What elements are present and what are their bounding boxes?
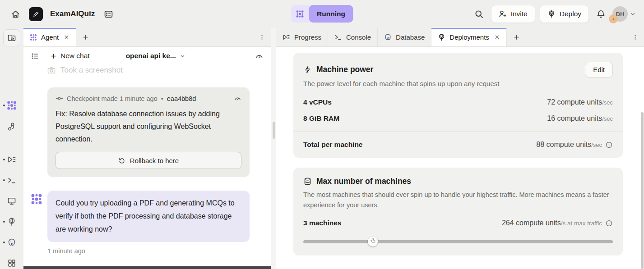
traffic-unit: /s at max traffic: [561, 220, 602, 227]
account-menu[interactable]: DH +: [612, 6, 636, 22]
slider-track[interactable]: [303, 240, 613, 243]
notification-dot: [3, 221, 5, 223]
rail-item-console[interactable]: [0, 176, 23, 185]
window-edge: [23, 266, 271, 269]
deployments-panel: Progress Console Database Deployments: [276, 28, 644, 269]
rail-item-database[interactable]: [0, 238, 23, 247]
rail-item-progress[interactable]: [0, 155, 23, 164]
chat-list-icon[interactable]: [31, 52, 39, 60]
deploy-label: Deploy: [560, 10, 581, 18]
tab-database[interactable]: Database: [378, 28, 431, 46]
spec-value: 16 compute units: [547, 114, 602, 122]
thread-selector[interactable]: openai api ke...: [126, 52, 185, 60]
chevron-down-icon: [630, 11, 636, 17]
person-plus-icon: [499, 10, 507, 18]
machine-power-card: Machine power Edit The power level for e…: [293, 53, 623, 158]
info-icon[interactable]: [605, 219, 613, 227]
rollback-label: Rollback to here: [130, 157, 179, 164]
agent-chat-panel: Agent New chat openai api ke...: [23, 28, 271, 269]
right-panel-menu-button[interactable]: [626, 28, 644, 46]
checkpoint-title: Checkpoint made 1 minute ago: [67, 95, 158, 102]
server-list-icon: [104, 9, 113, 19]
notification-dot: [3, 242, 5, 243]
total-label: Total per machine: [303, 141, 363, 149]
message-timestamp: 1 minute ago: [47, 247, 271, 255]
tool-rail: [0, 28, 23, 269]
tab-deployments[interactable]: Deployments: [431, 28, 507, 46]
camera-icon: [47, 66, 56, 75]
search-button[interactable]: [472, 7, 486, 21]
total-row: Total per machine 88 compute units/sec: [303, 132, 613, 149]
notifications-button[interactable]: [593, 7, 608, 21]
rail-item-agent[interactable]: [0, 100, 23, 110]
rail-item-webview[interactable]: [0, 196, 23, 205]
close-icon[interactable]: [64, 34, 69, 40]
message-bubble: Could you try uploading a PDF and genera…: [47, 191, 250, 242]
max-machines-slider-handle[interactable]: [368, 237, 378, 246]
invite-button[interactable]: Invite: [491, 5, 535, 23]
plus-icon: [513, 34, 520, 41]
spec-label: 8 GiB RAM: [303, 114, 339, 123]
deploy-icon: [547, 10, 556, 18]
status-badge: Running: [309, 5, 353, 23]
tab-progress[interactable]: Progress: [276, 28, 328, 46]
app-icon[interactable]: [29, 7, 43, 21]
tab-label: Deployments: [449, 33, 489, 41]
spec-unit: /sec: [602, 115, 613, 122]
tab-label: Database: [396, 33, 425, 41]
card-title: Machine power: [316, 65, 373, 74]
progress-icon: [7, 155, 16, 164]
max-machines-slider[interactable]: [303, 237, 613, 246]
rail-item-integrations[interactable]: [0, 122, 23, 131]
tab-agent[interactable]: Agent: [23, 28, 76, 46]
tab-label: Progress: [294, 33, 321, 41]
panel-splitter[interactable]: [271, 28, 276, 269]
cursor-pointer: [370, 237, 376, 244]
progress-icon: [283, 33, 290, 41]
invite-label: Invite: [511, 10, 528, 18]
edit-button[interactable]: Edit: [585, 62, 613, 78]
home-icon: [11, 9, 20, 19]
new-tab-button[interactable]: [76, 28, 95, 46]
spec-row-cpu: 4 vCPUs 72 compute units/sec: [303, 98, 613, 106]
new-tab-button[interactable]: [507, 28, 526, 46]
checkpoint-commit-id: eaa4bb8d: [167, 95, 196, 102]
graph-icon: [7, 122, 16, 131]
kebab-menu-icon: [632, 34, 639, 41]
rail-item-deployments[interactable]: [0, 217, 23, 226]
spec-row-ram: 8 GiB RAM 16 compute units/sec: [303, 114, 613, 123]
sidebar-toggle-button[interactable]: [3, 29, 20, 46]
info-icon[interactable]: [605, 141, 613, 149]
rail-item-apps[interactable]: [0, 259, 23, 268]
scrolled-history-item: Took a screenshot: [23, 65, 271, 75]
vertical-scrollbar[interactable]: [641, 112, 644, 269]
agent-message: Could you try uploading a PDF and genera…: [31, 191, 250, 242]
usage-gauge-icon[interactable]: [234, 95, 241, 102]
deploy-icon: [438, 33, 445, 41]
checkpoint-icon: [56, 95, 63, 102]
run-status-badge[interactable]: Running: [291, 5, 353, 23]
home-button[interactable]: [8, 7, 23, 21]
new-chat-button[interactable]: New chat: [50, 52, 90, 60]
plus-icon: [82, 34, 89, 41]
checkpoint-message: Fix: Resolve database connection issues …: [56, 108, 241, 146]
history-item-label: Took a screenshot: [60, 66, 123, 75]
kebab-menu-icon: [259, 34, 265, 41]
deploy-button[interactable]: Deploy: [540, 5, 589, 23]
splitter-handle[interactable]: [273, 122, 275, 139]
top-bar: ExamAIQuiz Running Invite Deploy DH +: [0, 0, 644, 28]
agent-icon: [30, 34, 37, 41]
chat-body: New chat openai api ke... Took a screens…: [23, 47, 271, 269]
machines-count: 3 machines: [303, 219, 341, 227]
page-title: ExamAIQuiz: [50, 9, 95, 18]
rollback-button[interactable]: Rollback to here: [56, 152, 241, 169]
total-unit: /sec: [591, 141, 602, 148]
chat-panel-menu-button[interactable]: [253, 28, 271, 46]
webview-icon: [7, 196, 16, 205]
tab-console[interactable]: Console: [328, 28, 378, 46]
deployments-content: Machine power Edit The power level for e…: [276, 47, 644, 269]
max-machines-row: 3 machines 264 compute units/s at max tr…: [303, 219, 613, 227]
app-list-button[interactable]: [101, 7, 116, 21]
close-icon[interactable]: [494, 34, 500, 40]
usage-gauge-icon[interactable]: [255, 52, 264, 60]
